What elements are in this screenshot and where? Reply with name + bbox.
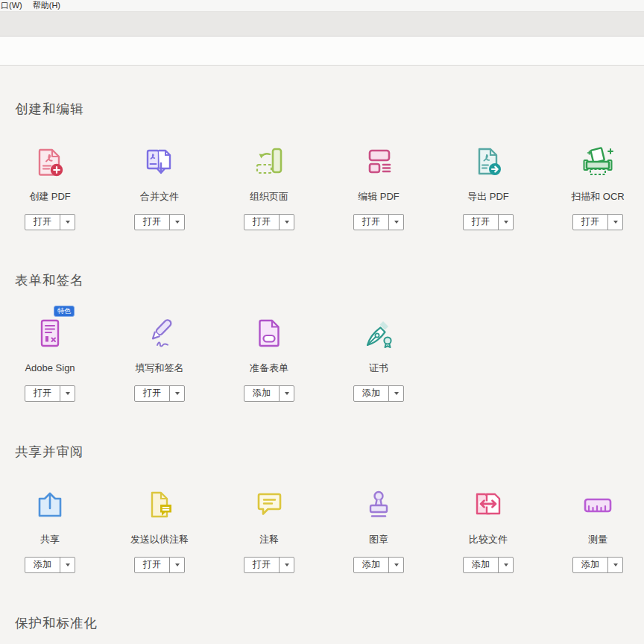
dropdown-caret-icon[interactable]	[388, 558, 403, 572]
tool-label: 发送以供注释	[124, 534, 195, 545]
section-title: 创建和编辑	[15, 101, 644, 117]
tool-comment[interactable]: 注释 打开	[234, 487, 304, 573]
dropdown-caret-icon[interactable]	[60, 558, 75, 572]
tool-certificates[interactable]: 证书 添加	[344, 316, 414, 402]
button-label[interactable]: 打开	[135, 558, 169, 572]
export-pdf-icon	[453, 145, 523, 180]
menu-item-window[interactable]: 口(W)	[1, 0, 22, 11]
button-label[interactable]: 添加	[573, 558, 607, 572]
tools-page: 创建和编辑 创建 PDF 打开	[0, 66, 644, 631]
section-title: 共享并审阅	[15, 444, 644, 460]
dropdown-caret-icon[interactable]	[60, 215, 75, 230]
dropdown-caret-icon[interactable]	[498, 215, 513, 230]
create-pdf-icon	[15, 145, 85, 180]
dropdown-caret-icon[interactable]	[279, 386, 294, 401]
dropdown-caret-icon[interactable]	[60, 386, 75, 401]
dropdown-caret-icon[interactable]	[388, 215, 403, 230]
share-add-button[interactable]: 添加	[25, 557, 75, 573]
button-label[interactable]: 添加	[354, 386, 388, 401]
tool-combine-files[interactable]: 合并文件 打开	[124, 145, 195, 230]
button-label[interactable]: 打开	[573, 215, 607, 230]
button-label[interactable]: 打开	[25, 215, 60, 230]
section-title: 表单和签名	[15, 273, 644, 288]
tool-fill-and-sign[interactable]: 填写和签名 打开	[124, 316, 195, 402]
send-for-comments-icon	[124, 487, 195, 523]
combine-files-open-button[interactable]: 打开	[134, 214, 185, 230]
organize-pages-icon	[234, 145, 304, 180]
tool-label: 共享	[15, 534, 85, 545]
compare-files-icon	[453, 487, 523, 523]
certificates-add-button[interactable]: 添加	[353, 385, 404, 402]
section-share-and-review: 共享并审阅 共享 添加	[15, 444, 644, 573]
tool-label: 图章	[344, 534, 414, 545]
tool-create-pdf[interactable]: 创建 PDF 打开	[15, 145, 85, 230]
measure-icon	[563, 487, 633, 523]
tool-label: 合并文件	[124, 191, 195, 202]
tool-label: 创建 PDF	[15, 191, 85, 202]
tool-label: 准备表单	[234, 362, 304, 373]
tool-adobe-sign[interactable]: 特色 Adobe Sign 打开	[15, 316, 85, 402]
dropdown-caret-icon[interactable]	[169, 215, 184, 230]
tool-label: 组织页面	[234, 191, 304, 202]
tool-scan-ocr[interactable]: 扫描和 OCR 打开	[563, 145, 633, 230]
dropdown-caret-icon[interactable]	[607, 215, 622, 230]
dropdown-caret-icon[interactable]	[498, 558, 513, 572]
scan-ocr-open-button[interactable]: 打开	[572, 214, 623, 230]
tool-measure[interactable]: 测量 添加	[563, 487, 633, 573]
prepare-form-add-button[interactable]: 添加	[244, 385, 294, 402]
section-protect-and-standardize: 保护和标准化	[15, 616, 644, 631]
stamp-add-button[interactable]: 添加	[353, 557, 404, 573]
featured-badge: 特色	[54, 306, 75, 317]
document-tab-strip	[0, 37, 644, 66]
scan-ocr-icon	[563, 145, 633, 180]
tool-compare-files[interactable]: 比较文件 添加	[453, 487, 523, 573]
tool-organize-pages[interactable]: 组织页面 打开	[234, 145, 304, 230]
button-label[interactable]: 打开	[464, 215, 498, 230]
comment-icon	[234, 487, 304, 523]
tool-label: 测量	[563, 534, 633, 545]
comment-open-button[interactable]: 打开	[244, 557, 294, 573]
tool-send-for-comments[interactable]: 发送以供注释 打开	[124, 487, 195, 573]
export-pdf-open-button[interactable]: 打开	[463, 214, 514, 230]
button-label[interactable]: 添加	[244, 386, 279, 401]
edit-pdf-icon	[344, 145, 414, 180]
tool-label: 导出 PDF	[453, 191, 523, 202]
button-label[interactable]: 打开	[244, 215, 279, 230]
tool-edit-pdf[interactable]: 编辑 PDF 打开	[344, 145, 414, 230]
button-label[interactable]: 添加	[354, 558, 388, 572]
edit-pdf-open-button[interactable]: 打开	[353, 214, 404, 230]
button-label[interactable]: 打开	[135, 215, 169, 230]
dropdown-caret-icon[interactable]	[607, 558, 622, 572]
fill-sign-icon	[124, 316, 195, 352]
compare-files-add-button[interactable]: 添加	[463, 557, 514, 573]
section-forms-and-signatures: 表单和签名 特色 Adobe Sign 打开	[15, 273, 644, 402]
quick-toolbar	[0, 12, 644, 37]
button-label[interactable]: 打开	[354, 215, 388, 230]
fill-sign-open-button[interactable]: 打开	[134, 385, 185, 402]
organize-pages-open-button[interactable]: 打开	[244, 214, 294, 230]
dropdown-caret-icon[interactable]	[279, 215, 294, 230]
button-label[interactable]: 添加	[464, 558, 498, 572]
adobe-sign-icon	[15, 316, 85, 352]
dropdown-caret-icon[interactable]	[279, 558, 294, 572]
button-label[interactable]: 打开	[244, 558, 279, 572]
menu-item-help[interactable]: 帮助(H)	[33, 0, 60, 11]
create-pdf-open-button[interactable]: 打开	[25, 214, 75, 230]
tool-share[interactable]: 共享 添加	[15, 487, 85, 573]
tool-export-pdf[interactable]: 导出 PDF 打开	[453, 145, 523, 230]
section-create-and-edit: 创建和编辑 创建 PDF 打开	[15, 66, 644, 230]
dropdown-caret-icon[interactable]	[169, 386, 184, 401]
tool-label: 证书	[344, 362, 414, 373]
tool-stamp[interactable]: 图章 添加	[344, 487, 414, 573]
tool-label: 比较文件	[453, 534, 523, 545]
dropdown-caret-icon[interactable]	[388, 386, 403, 401]
send-for-comments-open-button[interactable]: 打开	[134, 557, 185, 573]
tool-prepare-form[interactable]: 准备表单 添加	[234, 316, 304, 402]
measure-add-button[interactable]: 添加	[572, 557, 623, 573]
button-label[interactable]: 添加	[25, 558, 60, 572]
adobe-sign-open-button[interactable]: 打开	[25, 385, 75, 402]
button-label[interactable]: 打开	[135, 386, 169, 401]
dropdown-caret-icon[interactable]	[169, 558, 184, 572]
certificates-icon	[344, 316, 414, 352]
button-label[interactable]: 打开	[25, 386, 60, 401]
